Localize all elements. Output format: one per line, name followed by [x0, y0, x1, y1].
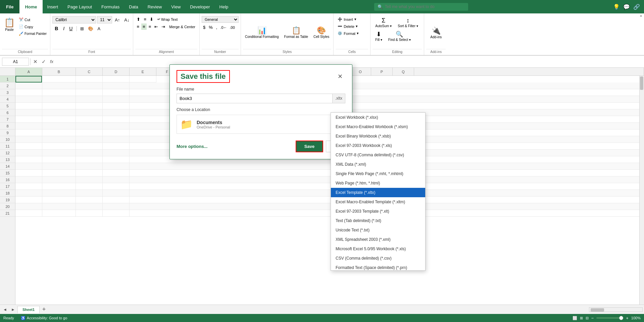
dropdown-item-xlsb[interactable]: Excel Binary Workbook (*.xlsb): [331, 131, 425, 141]
file-name-label: File name: [177, 87, 345, 92]
dropdown-item-xltm[interactable]: Excel Macro-Enabled Template (*.xltm): [331, 197, 425, 207]
format-type-dropdown[interactable]: Excel Workbook (*.xlsx) Excel Macro-Enab…: [331, 112, 426, 271]
dropdown-item-unicode-txt[interactable]: Unicode Text (*.txt): [331, 225, 425, 235]
location-item[interactable]: 📁 Documents OneDrive - Personal: [177, 115, 345, 134]
location-name: Documents: [197, 120, 230, 125]
file-extension-badge: .xltx: [333, 94, 345, 103]
more-options-link[interactable]: More options...: [177, 144, 207, 149]
dialog-close-button[interactable]: ✕: [335, 71, 345, 82]
dropdown-item-csv[interactable]: CSV (Comma delimited) (*.csv): [331, 254, 425, 263]
dialog-overlay: Save this file ✕ File name .xltx Choose …: [0, 0, 644, 322]
dropdown-item-htm[interactable]: Web Page (*.htm, *.html): [331, 178, 425, 188]
dropdown-item-xml[interactable]: XML Data (*.xml): [331, 160, 425, 169]
dropdown-item-xlt[interactable]: Excel 97-2003 Template (*.xlt): [331, 207, 425, 216]
dropdown-item-xls97[interactable]: Excel 97-2003 Workbook (*.xls): [331, 141, 425, 150]
dropdown-item-mht[interactable]: Single File Web Page (*.mht, *.mhtml): [331, 169, 425, 178]
dropdown-item-xml-2003[interactable]: XML Spreadsheet 2003 (*.xml): [331, 235, 425, 244]
dropdown-item-prn[interactable]: Formatted Text (Space delimited) (*.prn): [331, 263, 425, 270]
location-label: Choose a Location: [177, 107, 345, 112]
dialog-title: Save this file: [177, 70, 230, 83]
dropdown-item-xlsm[interactable]: Excel Macro-Enabled Workbook (*.xlsm): [331, 122, 425, 131]
save-dialog: Save this file ✕ File name .xltx Choose …: [169, 64, 352, 159]
folder-icon: 📁: [180, 118, 193, 130]
dropdown-item-xlsx[interactable]: Excel Workbook (*.xlsx): [331, 113, 425, 122]
dropdown-item-xls595[interactable]: Microsoft Excel 5.0/95 Workbook (*.xls): [331, 244, 425, 254]
file-name-input[interactable]: [177, 94, 333, 103]
dropdown-item-xltx[interactable]: Excel Template (*.xltx): [331, 188, 425, 197]
dropdown-item-txt-tab[interactable]: Text (Tab delimited) (*.txt): [331, 216, 425, 225]
dropdown-item-csv-utf8[interactable]: CSV UTF-8 (Comma delimited) (*.csv): [331, 150, 425, 160]
location-sub: OneDrive - Personal: [197, 125, 230, 129]
save-button[interactable]: Save: [296, 141, 323, 152]
